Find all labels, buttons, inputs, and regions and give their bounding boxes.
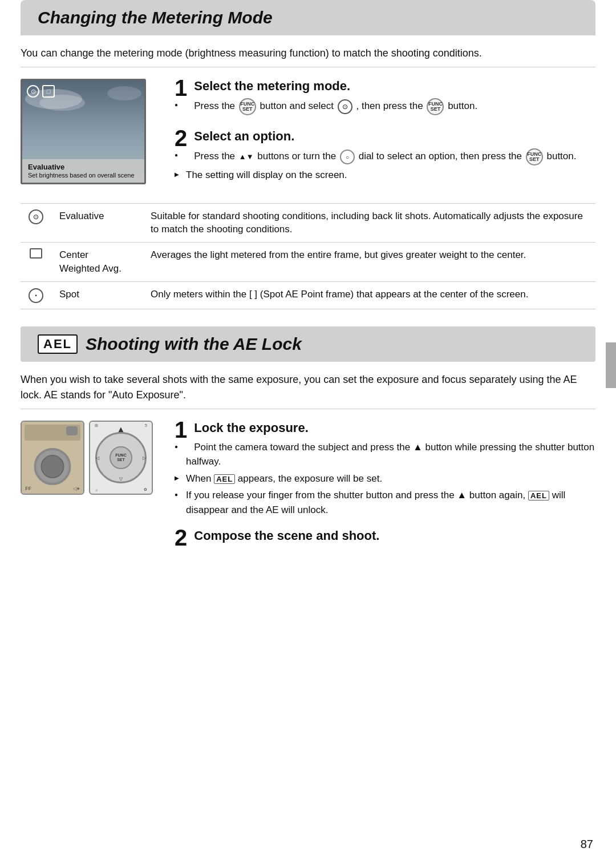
step1-title: Select the metering mode. bbox=[175, 79, 595, 94]
metering-header: Changing the Metering Mode bbox=[21, 0, 595, 35]
step1-content: Press the FUNCSET button and select ⊙ , … bbox=[175, 98, 595, 115]
page: Changing the Metering Mode You can chang… bbox=[0, 0, 616, 868]
func-dial-inner: FUNCSET bbox=[110, 446, 132, 469]
ael-header: AEL Shooting with the AE Lock bbox=[21, 326, 595, 362]
ael-step2-title: Compose the scene and shoot. bbox=[175, 528, 595, 543]
ael-step1-title: Lock the exposure. bbox=[175, 421, 595, 435]
evaluative-name: Evaluative bbox=[51, 204, 143, 243]
ael-intro: When you wish to take several shots with… bbox=[21, 362, 595, 409]
center-icon-cell bbox=[21, 243, 51, 282]
step1-bullet1: Press the FUNCSET button and select ⊙ , … bbox=[175, 98, 595, 115]
ael-step1: 1 Lock the exposure. Point the camera to… bbox=[175, 421, 595, 518]
step2-title: Select an option. bbox=[175, 129, 595, 144]
ael-step1-bullet2: If you release your finger from the shut… bbox=[175, 488, 595, 517]
step1-bullet1-prefix: Press the bbox=[194, 100, 238, 111]
ael-step1-arrow1: When AEL appears, the exposure will be s… bbox=[175, 471, 595, 486]
spot-name: Spot bbox=[51, 281, 143, 309]
dial-bottom-label: ▽ bbox=[119, 477, 123, 482]
dial-icon: ○ bbox=[340, 150, 355, 164]
cam-indicator: ◁● bbox=[73, 486, 80, 491]
metering-steps: 1 Select the metering mode. Press the FU… bbox=[169, 79, 595, 194]
ff-label: FF bbox=[25, 486, 31, 491]
ael-title: Shooting with the AE Lock bbox=[86, 334, 302, 354]
camera-screen: ⊙ □ Evaluative Set brightness based on o… bbox=[21, 79, 146, 184]
ael-steps: 1 Lock the exposure. Point the camera to… bbox=[169, 421, 595, 555]
step1-bullet1-end: button. bbox=[448, 100, 477, 111]
table-row: • Spot Only meters within the [ ] (Spot … bbox=[21, 281, 595, 309]
ael-content-row: FF ◁● ▲ FUNCSET bbox=[21, 409, 595, 561]
screen-icons: ⊙ □ bbox=[27, 85, 55, 98]
evaluative-icon: ⊙ bbox=[29, 209, 43, 224]
ael-step1-number: 1 bbox=[175, 418, 187, 441]
dial-outer-label4: 5 bbox=[145, 423, 147, 427]
func-set-btn-1: FUNCSET bbox=[239, 98, 256, 115]
dial-outer-label3: ✿ bbox=[144, 487, 147, 492]
metering-step1-row: ⊙ □ Evaluative Set brightness based on o… bbox=[21, 67, 595, 204]
up-arrow-icon: ▲ bbox=[413, 442, 423, 453]
page-number: 87 bbox=[581, 838, 593, 851]
ael-indicator2: AEL bbox=[528, 491, 549, 500]
step1-bullet1-then: , then press the bbox=[356, 100, 425, 111]
func-set-btn-3: FUNCSET bbox=[526, 148, 543, 165]
ael-indicator: AEL bbox=[214, 474, 235, 484]
dial-right-label: ▷ bbox=[143, 455, 146, 460]
func-dial-view: ▲ FUNCSET ◁ ▷ ▽ ⊞ ☼ bbox=[89, 421, 153, 495]
metering-section: Changing the Metering Mode You can chang… bbox=[0, 0, 616, 309]
step1-number: 1 bbox=[175, 76, 187, 99]
screen-icon-target: ⊙ bbox=[27, 85, 39, 98]
center-icon bbox=[30, 248, 42, 259]
screen-evaluative-label: Evaluative bbox=[28, 163, 139, 171]
step2-content: Press the ▲▼ buttons or turn the ○ dial … bbox=[175, 148, 595, 183]
step2-number: 2 bbox=[175, 127, 187, 150]
table-row: CenterWeighted Avg. Averages the light m… bbox=[21, 243, 595, 282]
dial-left-label: ◁ bbox=[96, 455, 99, 460]
ael-step2: 2 Compose the scene and shoot. bbox=[175, 528, 595, 543]
spot-desc: Only meters within the [ ] (Spot AE Poin… bbox=[143, 281, 595, 309]
center-name: CenterWeighted Avg. bbox=[51, 243, 143, 282]
ael-step2-number: 2 bbox=[175, 526, 187, 549]
metering-step1: 1 Select the metering mode. Press the FU… bbox=[175, 79, 595, 118]
target-icon-1: ⊙ bbox=[338, 99, 352, 114]
dial-outer-label2: ☼ bbox=[95, 488, 98, 492]
ael-images: FF ◁● ▲ FUNCSET bbox=[21, 421, 157, 495]
step2-bullet1: Press the ▲▼ buttons or turn the ○ dial … bbox=[175, 148, 595, 165]
spot-icon-cell: • bbox=[21, 281, 51, 309]
screen-icon-center: □ bbox=[42, 85, 55, 98]
metering-step2: 2 Select an option. Press the ▲▼ buttons… bbox=[175, 129, 595, 183]
table-row: ⊙ Evaluative Suitable for standard shoot… bbox=[21, 204, 595, 243]
screen-desc: Set brightness based on overall scene bbox=[28, 171, 139, 179]
page-tab bbox=[606, 342, 616, 388]
camera-top-view: FF ◁● bbox=[21, 421, 84, 495]
center-desc: Averages the light metered from the enti… bbox=[143, 243, 595, 282]
ael-step1-content: Point the camera toward the subject and … bbox=[175, 440, 595, 518]
ael-label-badge: AEL bbox=[38, 334, 78, 354]
evaluative-desc: Suitable for standard shooting condition… bbox=[143, 204, 595, 243]
options-table: ⊙ Evaluative Suitable for standard shoot… bbox=[21, 204, 595, 309]
metering-title: Changing the Metering Mode bbox=[38, 8, 578, 27]
ael-step1-bullet1: Point the camera toward the subject and … bbox=[175, 440, 595, 469]
evaluative-icon-cell: ⊙ bbox=[21, 204, 51, 243]
screen-info-box: Evaluative Set brightness based on overa… bbox=[22, 159, 144, 183]
ael-section: AEL Shooting with the AE Lock When you w… bbox=[0, 326, 616, 561]
func-set-btn-2: FUNCSET bbox=[427, 98, 444, 115]
metering-intro: You can change the metering mode (bright… bbox=[21, 35, 595, 67]
metering-camera-image: ⊙ □ Evaluative Set brightness based on o… bbox=[21, 79, 157, 184]
step2-arrow1: The setting will display on the screen. bbox=[175, 168, 595, 183]
func-dial-circle: FUNCSET ◁ ▷ ▽ bbox=[95, 432, 147, 483]
spot-icon: • bbox=[29, 288, 43, 303]
up-down-icon: ▲▼ bbox=[239, 151, 254, 163]
dial-outer-label1: ⊞ bbox=[95, 423, 98, 428]
step1-bullet1-mid: button and select bbox=[260, 100, 337, 111]
